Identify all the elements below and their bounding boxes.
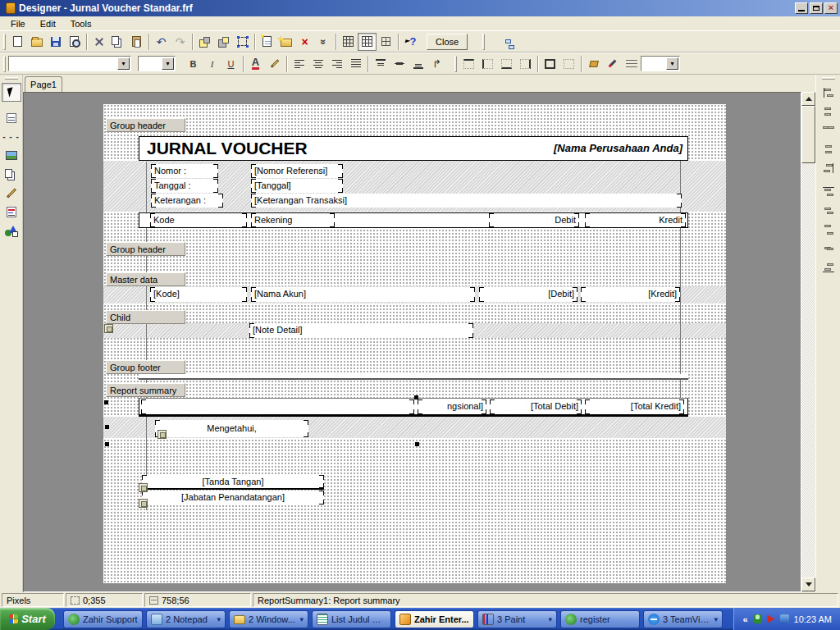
valign-middle-button[interactable] [390, 55, 409, 73]
space-equally-h-button[interactable] [819, 121, 838, 139]
scrollbar-thumb[interactable] [801, 106, 815, 163]
insert-object-button[interactable] [258, 33, 276, 51]
line-tool-button[interactable]: - - - [2, 127, 21, 146]
taskbar-item-paint[interactable]: 3 Paint▾ [477, 610, 557, 628]
frame-style-button[interactable] [622, 55, 641, 73]
selection-handle[interactable] [105, 442, 109, 446]
save-report-button[interactable] [46, 33, 65, 51]
paste-button[interactable] [127, 33, 146, 51]
tray-user-icon[interactable] [753, 614, 762, 623]
tanda-tangan-object[interactable]: [Tanda Tangan] [142, 475, 324, 490]
summary-empty-object[interactable] [141, 399, 414, 414]
toolbar-grip[interactable] [3, 34, 6, 50]
frame-left-button[interactable] [478, 55, 497, 73]
tanggal-value-object[interactable]: [Tanggal] [251, 179, 343, 193]
align-lefts-button[interactable] [819, 83, 838, 102]
band-master-data[interactable]: Master data [106, 272, 185, 286]
align-bottoms-button[interactable] [819, 258, 838, 276]
detail-debit-object[interactable]: [Debit] [479, 287, 578, 302]
design-canvas[interactable]: Group header Group header Master data Ch… [23, 92, 801, 592]
align-right-button[interactable] [327, 55, 346, 73]
rotate-text-button[interactable]: ↱ [427, 55, 446, 73]
format-toolbar-grip[interactable] [3, 56, 6, 72]
selection-handle[interactable] [105, 425, 109, 429]
underline-button[interactable]: U [221, 55, 240, 73]
taskbar-item-zahir-support[interactable]: Zahir Support [63, 610, 143, 628]
send-to-back-button[interactable] [214, 33, 233, 51]
font-name-combo[interactable]: ▾ [8, 56, 131, 71]
frame-width-combo[interactable]: ▾ [641, 56, 680, 71]
tab-page1[interactable]: Page1 [25, 76, 62, 92]
align-v-centers-button[interactable] [819, 201, 838, 220]
report-title-object[interactable]: JURNAL VOUCHER [147, 138, 308, 159]
jabatan-object[interactable]: [Jabatan Penandatangan] [142, 491, 324, 504]
band-child[interactable]: Child [106, 310, 185, 324]
vertical-scrollbar[interactable] [801, 92, 815, 592]
col-rekening-object[interactable]: Rekening [251, 213, 335, 227]
taskbar-item-register[interactable]: register [560, 610, 640, 628]
frame-color-button[interactable] [603, 55, 622, 73]
band-group-footer[interactable]: Group footer [106, 360, 185, 374]
tray-network-icon[interactable] [780, 614, 789, 623]
close-designer-button[interactable]: Close [427, 34, 468, 50]
selection-handle[interactable] [414, 395, 418, 399]
tray-alert-icon[interactable] [767, 615, 774, 623]
col-kode-object[interactable]: Kode [150, 213, 247, 227]
align-justify-button[interactable] [346, 55, 365, 73]
scroll-down-button[interactable] [801, 578, 815, 591]
select-handles-button[interactable] [233, 33, 252, 51]
col-debit-object[interactable]: Debit [489, 213, 579, 227]
detail-nama-akun-object[interactable]: [Nama Akun] [251, 287, 475, 302]
align-to-grid-button[interactable] [377, 33, 395, 51]
space-equally-v-button[interactable] [819, 220, 838, 239]
nomor-label-object[interactable]: Nomor : [151, 164, 218, 178]
copy-button[interactable] [108, 33, 127, 51]
dropdown-arrow-icon[interactable]: ▾ [714, 615, 718, 623]
fill-color-button[interactable] [584, 55, 603, 73]
frame-none-button[interactable] [559, 55, 578, 73]
alignment-toolbar-grip[interactable] [822, 77, 835, 80]
align-left-button[interactable] [290, 55, 308, 73]
note-detail-object[interactable]: [Note Detail] [249, 323, 473, 338]
richtext-tool-button[interactable] [2, 203, 21, 221]
nomor-referensi-object[interactable]: [Nomor Referensi] [251, 164, 343, 178]
redo-button[interactable]: ↷ [171, 33, 189, 51]
undo-button[interactable]: ↶ [152, 33, 171, 51]
taskbar-item-list-judul[interactable]: List Judul Bl... [312, 610, 391, 628]
frame-toolbar-grip[interactable] [454, 56, 457, 72]
start-button[interactable]: Start [0, 608, 55, 630]
frame-all-button[interactable] [541, 55, 559, 73]
tanggal-label-object[interactable]: Tanggal : [151, 179, 218, 193]
chart-tool-button[interactable] [2, 221, 21, 240]
taskbar-item-notepad[interactable]: 2 Notepad▾ [146, 610, 226, 628]
col-kredit-object[interactable]: Kredit [585, 213, 686, 227]
company-name-object[interactable]: [Nama Perusahaan Anda] [415, 142, 682, 154]
menu-tools[interactable]: Tools [63, 18, 99, 30]
keterangan-transaksi-object[interactable]: [Keterangan Transaksi] [251, 194, 682, 208]
report-page[interactable]: Group header Group header Master data Ch… [103, 104, 726, 583]
align-center-button[interactable] [308, 55, 327, 73]
scroll-up-button[interactable] [801, 92, 815, 106]
detail-kode-object[interactable]: [Kode] [150, 287, 247, 302]
snap-to-grid-button[interactable] [358, 33, 377, 51]
select-tool-button[interactable] [2, 83, 21, 102]
frame-right-button[interactable] [516, 55, 535, 73]
total-kredit-object[interactable]: [Total Kredit] [585, 399, 684, 414]
menu-file[interactable]: File [3, 18, 33, 30]
close-button[interactable]: × [824, 2, 838, 14]
minimize-button[interactable] [795, 2, 808, 14]
report-tree-button[interactable] [499, 33, 518, 51]
align-h-centers-button[interactable] [819, 102, 838, 121]
band-report-summary[interactable]: Report summary [106, 383, 185, 397]
subreport-tool-button[interactable] [2, 165, 21, 184]
menu-edit[interactable]: Edit [33, 18, 63, 30]
valign-bottom-button[interactable] [409, 55, 427, 73]
mengetahui-object[interactable]: Mengetahui, [155, 420, 308, 437]
cut-button[interactable] [89, 33, 108, 51]
object-toolbar-grip[interactable] [5, 77, 18, 80]
total-fungsional-object[interactable]: ngsional] [418, 399, 486, 414]
band-group-header-1[interactable]: Group header [106, 118, 185, 132]
bring-to-front-button[interactable] [195, 33, 214, 51]
new-report-button[interactable] [8, 33, 27, 51]
font-color-button[interactable]: A [246, 55, 265, 73]
